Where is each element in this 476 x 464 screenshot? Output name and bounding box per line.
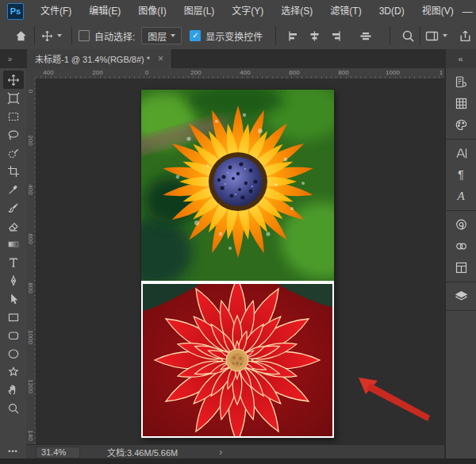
creative-cloud-icon[interactable] <box>450 236 472 256</box>
tab-close-icon[interactable]: × <box>158 53 163 64</box>
properties-panel-icon[interactable] <box>450 257 472 278</box>
menu-file[interactable]: 文件(F) <box>32 1 80 22</box>
direct-selection-tool[interactable] <box>3 290 24 308</box>
rounded-rectangle-tool[interactable] <box>3 326 24 344</box>
frame-tool[interactable] <box>3 89 24 107</box>
share-icon[interactable] <box>459 29 472 43</box>
ellipse-tool[interactable] <box>3 344 24 362</box>
menu-layer[interactable]: 图层(L) <box>175 1 224 22</box>
menu-filter[interactable]: 滤镜(T) <box>321 1 370 22</box>
panel-group-2: ¶ A <box>446 140 476 211</box>
photoshop-logo-icon: Ps <box>7 3 24 20</box>
edit-toolbar-dots-icon[interactable]: ••• <box>0 447 26 455</box>
rectangular-marquee-tool[interactable] <box>3 107 24 125</box>
document-canvas[interactable] <box>141 90 334 438</box>
auto-select-label: 自动选择: <box>94 29 135 43</box>
align-left-edges-icon[interactable] <box>287 30 299 42</box>
character-panel-icon[interactable] <box>450 143 472 163</box>
toolbar-expand-icon[interactable]: » <box>0 49 21 68</box>
workspace-chevron-icon[interactable] <box>443 34 447 37</box>
eraser-tool[interactable] <box>3 217 24 235</box>
layers-panel-icon[interactable] <box>450 286 472 306</box>
swatches-panel-icon[interactable] <box>450 93 472 113</box>
custom-shape-tool[interactable] <box>3 362 24 381</box>
history-panel-icon[interactable] <box>450 71 472 92</box>
eyedropper-tool[interactable] <box>3 180 24 198</box>
move-tool[interactable] <box>3 71 24 89</box>
document-tab-title: 未标题-1 @ 31.4%(RGB/8#) * <box>35 52 150 65</box>
zoom-level-field[interactable]: 31.4% <box>36 447 80 458</box>
horizontal-ruler: 400 200 0 200 400 600 800 1000 1 <box>36 68 444 79</box>
menu-items: 文件(F) 编辑(E) 图像(I) 图层(L) 文字(Y) 选择(S) 滤镜(T… <box>32 1 463 22</box>
hand-tool[interactable] <box>3 381 24 399</box>
glyphs-panel-icon[interactable]: A <box>450 186 472 206</box>
libraries-panel-icon[interactable] <box>450 214 472 235</box>
status-options-chevron-icon[interactable]: › <box>219 447 222 458</box>
panel-group-1 <box>446 68 476 140</box>
panel-group-4 <box>446 282 476 311</box>
window-controls: — × <box>463 6 476 17</box>
panel-group-3 <box>446 211 476 282</box>
document-tab-bar: » 未标题-1 @ 31.4%(RGB/8#) * × « <box>0 49 476 68</box>
distribute-centers-icon[interactable] <box>359 30 372 42</box>
menu-bar: Ps 文件(F) 编辑(E) 图像(I) 图层(L) 文字(Y) 选择(S) 滤… <box>0 0 476 23</box>
dock-collapse-icon[interactable]: « <box>446 49 476 68</box>
menu-3d[interactable]: 3D(D) <box>370 1 413 22</box>
status-bar: 31.4% 文档:3.46M/5.66M › <box>26 444 444 459</box>
type-tool[interactable] <box>3 253 24 271</box>
bottom-edge-strip <box>0 458 476 464</box>
move-tool-options-icon[interactable] <box>41 30 53 42</box>
zoom-tool[interactable] <box>3 399 24 417</box>
move-options-chevron-icon[interactable] <box>57 34 62 37</box>
paragraph-panel-icon[interactable]: ¶ <box>450 164 472 185</box>
auto-select-target-dropdown[interactable]: 图层 <box>141 27 182 44</box>
brush-tool[interactable] <box>3 198 24 217</box>
align-horizontal-centers-icon[interactable] <box>309 30 321 42</box>
menu-edit[interactable]: 编辑(E) <box>80 1 129 22</box>
minimize-button[interactable]: — <box>463 6 473 17</box>
gradient-tool[interactable] <box>3 235 24 253</box>
lasso-tool[interactable] <box>3 125 24 144</box>
search-icon[interactable] <box>401 29 415 43</box>
align-right-edges-icon[interactable] <box>330 30 342 42</box>
workspace-switcher-icon[interactable] <box>425 30 439 42</box>
show-transform-checkbox[interactable]: ✓ <box>190 30 201 41</box>
home-icon[interactable] <box>14 29 28 43</box>
tools-panel: ••• <box>0 68 27 458</box>
photoshop-window: Ps 文件(F) 编辑(E) 图像(I) 图层(L) 文字(Y) 选择(S) 滤… <box>0 0 476 464</box>
menu-type[interactable]: 文字(Y) <box>223 1 272 22</box>
document-size-info: 文档:3.46M/5.66M <box>107 446 178 458</box>
crop-tool[interactable] <box>3 162 24 180</box>
options-bar: 自动选择: 图层 ✓ 显示变换控件 <box>0 22 476 50</box>
color-panel-icon[interactable] <box>450 114 472 135</box>
menu-view[interactable]: 视图(V) <box>413 1 463 22</box>
menu-select[interactable]: 选择(S) <box>272 1 321 22</box>
document-tab[interactable]: 未标题-1 @ 31.4%(RGB/8#) * × <box>27 49 172 68</box>
panels-dock: ¶ A <box>445 68 476 458</box>
red-annotation-arrow <box>354 373 435 427</box>
rectangle-tool[interactable] <box>3 308 24 326</box>
orange-daisy-image <box>141 90 334 281</box>
auto-select-checkbox[interactable] <box>79 30 90 41</box>
show-transform-label: 显示变换控件 <box>205 29 263 43</box>
dropdown-chevron-icon <box>171 34 175 37</box>
pen-tool[interactable] <box>3 271 24 290</box>
red-dahlia-image <box>143 284 332 436</box>
quick-selection-tool[interactable] <box>3 144 24 162</box>
menu-image[interactable]: 图像(I) <box>129 1 175 22</box>
